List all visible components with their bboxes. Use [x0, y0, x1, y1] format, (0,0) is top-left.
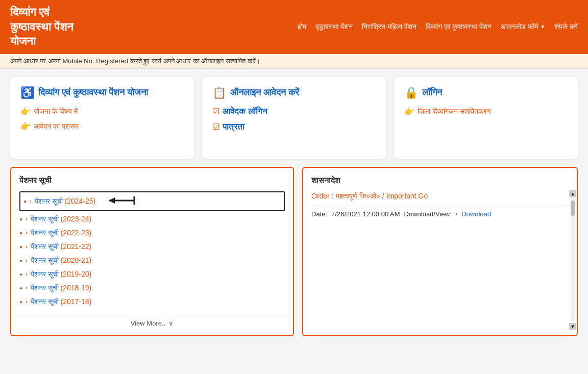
divyang-info-card: ♿ दिव्यांग एवं कुष्ठावस्था पेंशन योजना 👉… [10, 77, 194, 159]
chevron-right-icon: › [26, 257, 28, 263]
hand-icon-3: 👉 [404, 107, 414, 116]
hand-icon-2: 👉 [20, 121, 31, 131]
bullet-icon: ● [19, 285, 22, 291]
svg-marker-1 [109, 197, 115, 204]
pensioner-list-item-2024: ● › पेंशनर सूची (2024-25) [19, 191, 285, 211]
pensioner-link-2022-23[interactable]: पेंशनर सूची (2022-23) [31, 229, 91, 237]
bullet-icon: ● [19, 230, 22, 236]
eligibility-link[interactable]: ☑ पात्रता [212, 122, 376, 132]
nav-divyang[interactable]: दिव्यांग एवं कुष्ठावस्था पेंशन [426, 22, 492, 31]
chevron-right-icon: › [26, 243, 28, 250]
ticker-bar: अपने आधार पर अपना Mobile No. Registered … [0, 54, 588, 69]
chevron-right-icon: › [26, 298, 28, 305]
scroll-thumb[interactable] [571, 201, 575, 216]
pensioner-list-item-2023: ● › पेंशनर सूची (2023-24) [19, 212, 285, 226]
online-card-title: 📋 ऑनलाइन आवेदन करें [212, 86, 376, 99]
ticker-text: अपने आधार पर अपना Mobile No. Registered … [10, 57, 260, 65]
wheelchair-icon: ♿ [20, 86, 34, 99]
application-format-link[interactable]: 👉 आवेदन का प्रारूप [20, 121, 184, 131]
bullet-icon: ● [19, 299, 22, 305]
scroll-down-button[interactable]: ▼ [569, 323, 576, 330]
scroll-track [571, 198, 575, 322]
chevron-down-icon: ▼ [540, 24, 545, 30]
bullet-icon: ● [19, 258, 22, 263]
scroll-up-button[interactable]: ▲ [569, 190, 576, 197]
download-link[interactable]: Download [461, 210, 491, 218]
district-login-link[interactable]: 👉 ज़िला दिव्यांगजन सशक्तिकरण [404, 107, 568, 116]
shasnadesh-title: शासनादेश [311, 176, 569, 185]
header: दिव्यांग एवं कुष्ठावस्था पेंशन योजना होम… [0, 0, 588, 54]
bullet-icon: ● [19, 271, 22, 277]
bullet-icon: ● [23, 198, 27, 204]
chevron-right-icon: › [26, 216, 28, 222]
arrow-annotation [104, 194, 139, 209]
pensioner-list-card: पेंशनर सूची ● › पेंशनर सूची (2024-25) [10, 167, 294, 336]
date-label: Date: [311, 210, 327, 218]
view-more-label: View More.. [131, 319, 165, 327]
shasnadesh-order: Order : महत्वपूर्ण जि०ओ० / Important Go [311, 191, 569, 201]
pensioner-list-item-2019: ● › पेंशनर सूची (2019-20) [19, 267, 285, 281]
divyang-card-title: ♿ दिव्यांग एवं कुष्ठावस्था पेंशन योजना [20, 86, 184, 99]
chevron-right-icon: › [456, 211, 458, 217]
date-value: 7/26/2021 12:00:00 AM [331, 210, 400, 218]
nav-contact[interactable]: संपर्क करें [554, 22, 578, 31]
pensioner-list: ● › पेंशनर सूची (2024-25) ● › [19, 191, 285, 309]
scrollbar[interactable]: ▲ ▼ [571, 190, 575, 330]
shasnadesh-card: शासनादेश Order : महत्वपूर्ण जि०ओ० / Impo… [302, 167, 578, 336]
chevron-right-icon: › [26, 230, 28, 236]
pensioner-link-2020-21[interactable]: पेंशनर सूची (2020-21) [31, 256, 91, 265]
chevron-right-icon: › [26, 271, 28, 277]
nav-download-form[interactable]: डाउनलोड फॉर्म ▼ [501, 22, 545, 31]
pensioner-list-item-2022: ● › पेंशनर सूची (2022-23) [19, 226, 285, 240]
bullet-icon: ● [19, 244, 22, 250]
login-card: 🔒 लॉगिन 👉 ज़िला दिव्यांगजन सशक्तिकरण [394, 77, 578, 159]
pensioner-list-item-2017: ● › पेंशनर सूची (2017-18) [19, 295, 285, 309]
pensioner-link-2021-22[interactable]: पेंशनर सूची (2021-22) [31, 242, 91, 251]
pensioner-link-2024-25[interactable]: पेंशनर सूची (2024-25) [35, 197, 95, 206]
bullet-icon: ● [19, 216, 22, 222]
chevron-right-icon: › [26, 285, 28, 291]
hand-icon-1: 👉 [20, 107, 31, 116]
nav-home[interactable]: होम [298, 22, 306, 31]
nav-old-age[interactable]: वृद्धावस्था पेंशन [315, 22, 353, 31]
pensioner-link-2019-20[interactable]: पेंशनर सूची (2019-20) [31, 270, 91, 279]
view-more-button[interactable]: View More.. ∨ [19, 315, 285, 327]
login-card-title: 🔒 लॉगिन [404, 86, 568, 99]
site-logo: दिव्यांग एवं कुष्ठावस्था पेंशन योजना [10, 5, 74, 49]
applicant-login-link[interactable]: ☑ आवेदक लॉगिन [212, 107, 376, 117]
order-label: Order : [311, 192, 334, 200]
divider [311, 206, 569, 206]
pensioner-list-item-2020: ● › पेंशनर सूची (2020-21) [19, 254, 285, 267]
lock-icon: 🔒 [404, 86, 418, 99]
clipboard-icon: 📋 [212, 86, 226, 99]
pensioner-list-item-2021: ● › पेंशनर सूची (2021-22) [19, 240, 285, 254]
pensioner-card-title: पेंशनर सूची [19, 176, 285, 185]
chevron-down-icon: ∨ [168, 319, 174, 327]
nav-women-pension[interactable]: निराश्रित महिला पेंशन [362, 22, 416, 31]
chevron-right-icon: › [30, 198, 32, 204]
pensioner-link-2017-18[interactable]: पेंशनर सूची (2017-18) [31, 297, 91, 306]
pensioner-link-2018-19[interactable]: पेंशनर सूची (2018-19) [31, 284, 91, 292]
download-view-label: Download/View: [404, 210, 452, 218]
info-cards-row: ♿ दिव्यांग एवं कुष्ठावस्था पेंशन योजना 👉… [0, 69, 588, 167]
check-icon-2: ☑ [212, 122, 219, 132]
pensioner-list-item-2018: ● › पेंशनर सूची (2018-19) [19, 281, 285, 295]
order-text: महत्वपूर्ण जि०ओ० / Important Go [336, 192, 428, 200]
shasnadesh-date-row: Date: 7/26/2021 12:00:00 AM Download/Vie… [311, 210, 569, 218]
online-apply-card: 📋 ऑनलाइन आवेदन करें ☑ आवेदक लॉगिन ☑ पात्… [202, 77, 386, 159]
check-icon-1: ☑ [212, 107, 219, 116]
bottom-row: पेंशनर सूची ● › पेंशनर सूची (2024-25) [0, 167, 588, 346]
main-nav: होम वृद्धावस्था पेंशन निराश्रित महिला पे… [298, 22, 578, 31]
pensioner-link-2023-24[interactable]: पेंशनर सूची (2023-24) [31, 215, 91, 223]
about-scheme-link[interactable]: 👉 योजना के विषय में [20, 107, 184, 116]
